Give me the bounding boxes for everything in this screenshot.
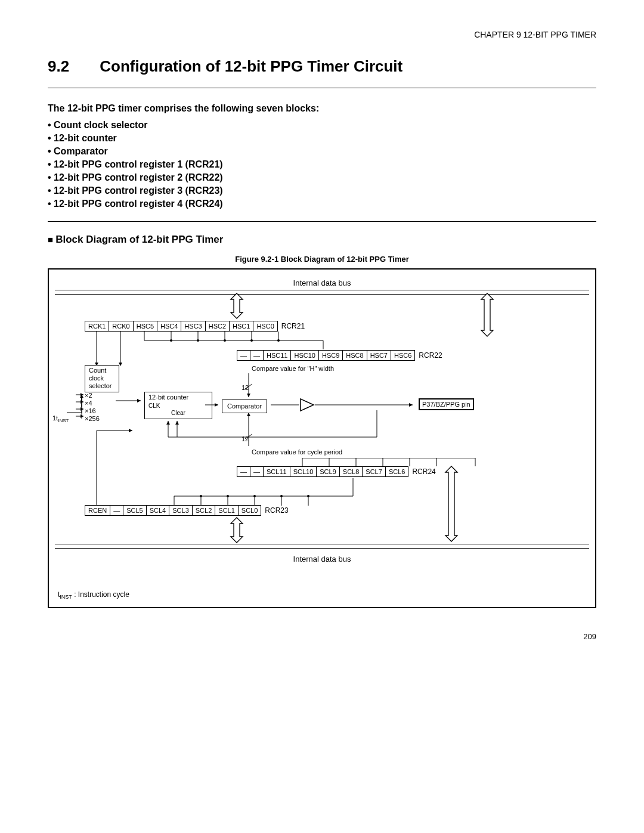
block-diagram: Internal data bus RCK1 RCK0 HSC5 HSC4 HS…: [48, 268, 596, 608]
bullet-item: 12-bit counter: [48, 133, 596, 144]
reg-bit: HSC10: [291, 351, 318, 361]
svg-point-43: [280, 495, 283, 497]
reg-bit: RCK0: [109, 321, 133, 332]
pin-block: P37/BZ/PPG pin: [419, 398, 474, 410]
svg-point-42: [253, 495, 256, 497]
bullet-item: 12-bit PPG control register 2 (RCR22): [48, 172, 596, 183]
reg-bit: RCEN: [85, 506, 110, 516]
svg-marker-25: [247, 394, 250, 397]
intro-text: The 12-bit PPG timer comprises the follo…: [48, 103, 596, 114]
reg-bit: SCL4: [146, 506, 169, 516]
section-title-text: Configuration of 12-bit PPG Timer Circui…: [100, 57, 402, 75]
subheading: Block Diagram of 12-bit PPG Timer: [48, 234, 596, 246]
svg-marker-30: [409, 403, 413, 407]
svg-point-8: [277, 339, 280, 342]
section-number: 9.2: [48, 57, 95, 76]
reg-bit: SCL3: [169, 506, 193, 516]
bullet-item: Comparator: [48, 146, 596, 157]
arrow-icon: [116, 398, 144, 404]
reg-bit: HSC3: [181, 321, 205, 332]
reg-bit: HSC1: [230, 321, 253, 332]
figure-caption: Figure 9.2-1 Block Diagram of 12-bit PPG…: [48, 255, 596, 264]
reg-bit: HSC5: [133, 321, 157, 332]
reg-bit: SCL6: [385, 467, 408, 477]
svg-point-40: [200, 495, 202, 497]
reg-bit: SCL0: [238, 506, 261, 516]
bus-lines-bottom: [55, 544, 589, 549]
reg-bit: SCL2: [192, 506, 215, 516]
rcr22-label: RCR22: [419, 351, 442, 360]
reg-bit: RCK1: [85, 321, 109, 332]
bullet-item: 12-bit PPG control register 1 (RCR21): [48, 159, 596, 170]
bullet-item: 12-bit PPG control register 4 (RCR24): [48, 199, 596, 209]
reg-bit: HSC6: [391, 351, 414, 361]
svg-point-44: [307, 495, 309, 497]
counter-label: 12-bit counter: [148, 394, 208, 401]
reg-bit: HSC2: [205, 321, 229, 332]
bus-arrow-icon: [228, 292, 246, 320]
reg-bit: HSC9: [318, 351, 342, 361]
bullet-list: Count clock selector 12-bit counter Comp…: [48, 120, 596, 209]
compare-h-label: Compare value for "H" width: [252, 365, 334, 372]
chapter-header: CHAPTER 9 12-BIT PPG TIMER: [48, 30, 596, 39]
bus-arrow-icon: [478, 292, 496, 337]
mult-label: ×2: [85, 392, 92, 399]
svg-point-4: [170, 339, 172, 342]
reg-bit: —: [237, 351, 250, 361]
reg-bit: HSC8: [343, 351, 367, 361]
count-clock-selector-block: Count clock selector: [85, 365, 119, 392]
section-title: 9.2 Configuration of 12-bit PPG Timer Ci…: [48, 57, 596, 76]
reg-bit: SCL5: [123, 506, 147, 516]
rule-top: [48, 88, 596, 88]
svg-point-6: [224, 339, 226, 342]
reg-bit: HSC0: [253, 321, 277, 332]
bus-label-bottom: Internal data bus: [55, 555, 589, 563]
svg-marker-21: [137, 399, 141, 402]
reg-bit: HSC4: [157, 321, 181, 332]
rcr23-label: RCR23: [265, 506, 288, 515]
bus-lines-top: [55, 290, 589, 295]
reg-bit: —: [250, 351, 264, 361]
svg-point-5: [197, 339, 199, 342]
svg-marker-23: [215, 403, 218, 407]
mult-label: ×4: [85, 400, 92, 407]
rcr21-label: RCR21: [281, 322, 305, 330]
bus-arrow-icon: [442, 465, 460, 543]
arrow-icon: [315, 402, 416, 408]
rcr23-register: RCEN — SCL5 SCL4 SCL3 SCL2 SCL1 SCL0: [85, 505, 261, 516]
bullet-item: Count clock selector: [48, 120, 596, 131]
rule-bottom: [48, 221, 596, 222]
svg-point-41: [227, 495, 229, 497]
page-number: 209: [48, 632, 596, 641]
reg-bit: HSC11: [264, 351, 291, 361]
footnote: tINST : Instruction cycle: [58, 590, 129, 600]
svg-point-7: [250, 339, 253, 342]
mult-arrows-icon: [67, 392, 85, 425]
bullet-item: 12-bit PPG control register 3 (RCR23): [48, 185, 596, 196]
clk-label: CLK: [148, 402, 208, 410]
rcr24-label: RCR24: [412, 467, 435, 476]
line-icon: [271, 402, 299, 408]
rcr22-register: — — HSC11 HSC10 HSC9 HSC8 HSC7 HSC6: [237, 350, 415, 361]
connector-lines: [85, 413, 383, 506]
arrow-icon: [205, 402, 222, 408]
svg-marker-39: [129, 429, 132, 432]
svg-marker-27: [301, 399, 314, 411]
tinst-input: 1tINST: [52, 414, 69, 423]
bus-label-top: Internal data bus: [55, 278, 589, 287]
reg-bit: —: [110, 506, 123, 516]
rcr21-register: RCK1 RCK0 HSC5 HSC4 HSC3 HSC2 HSC1 HSC0: [85, 321, 278, 332]
bus-arrow-icon: [228, 516, 246, 544]
slash-arrow-icon: [243, 373, 255, 400]
reg-bit: SCL1: [215, 506, 239, 516]
reg-bit: HSC7: [367, 351, 391, 361]
